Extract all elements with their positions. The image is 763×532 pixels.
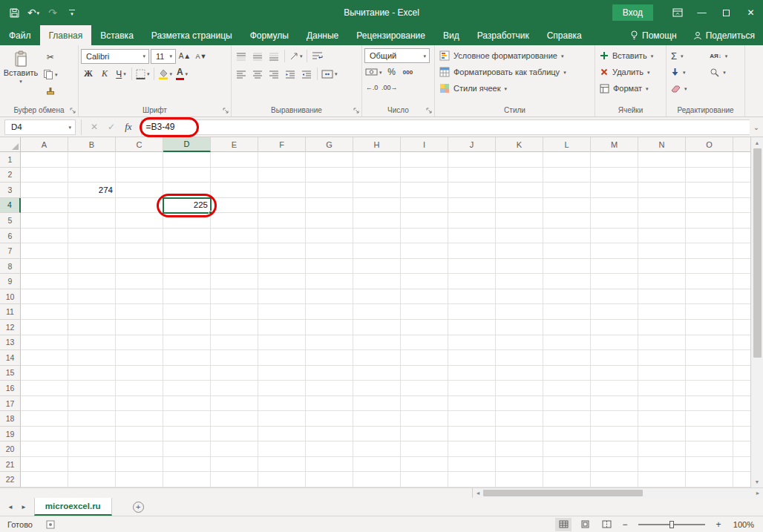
cell-L3[interactable]	[543, 183, 591, 198]
cell-H16[interactable]	[353, 381, 401, 396]
cell-N9[interactable]	[638, 274, 686, 289]
cell-H10[interactable]	[353, 289, 401, 305]
normal-view-button[interactable]	[555, 518, 572, 531]
align-center-button[interactable]	[250, 67, 265, 82]
cell-G15[interactable]	[306, 366, 353, 381]
cell-F8[interactable]	[258, 259, 306, 275]
cell-I4[interactable]	[401, 198, 448, 214]
cell-M2[interactable]	[591, 168, 638, 183]
tab-formulas[interactable]: Формулы	[241, 25, 298, 45]
cell-I15[interactable]	[401, 366, 448, 381]
cell-H6[interactable]	[353, 229, 401, 244]
cell-J5[interactable]	[448, 213, 496, 229]
cell-D3[interactable]	[163, 183, 211, 198]
cell-I20[interactable]	[401, 441, 448, 457]
cell-I7[interactable]	[401, 243, 448, 259]
cell-I12[interactable]	[401, 320, 448, 335]
cell-O13[interactable]	[686, 335, 733, 351]
cell-F20[interactable]	[258, 441, 306, 457]
cell-J11[interactable]	[448, 304, 496, 320]
cell-G1[interactable]	[306, 152, 353, 168]
cell-K12[interactable]	[496, 320, 543, 335]
cell-E4[interactable]	[211, 198, 258, 214]
cell-H7[interactable]	[353, 243, 401, 259]
cell-E13[interactable]	[211, 335, 258, 351]
tab-file[interactable]: Файл	[0, 25, 40, 45]
cell-O16[interactable]	[686, 381, 733, 396]
row-header-4[interactable]: 4	[0, 198, 21, 214]
cell-A4[interactable]	[21, 198, 68, 214]
cell-N22[interactable]	[638, 472, 686, 487]
tab-help[interactable]: Справка	[538, 25, 591, 45]
column-header-J[interactable]: J	[448, 137, 496, 152]
cell-I6[interactable]	[401, 229, 448, 244]
cell-H9[interactable]	[353, 274, 401, 289]
cell-G13[interactable]	[306, 335, 353, 351]
cell-D14[interactable]	[163, 350, 211, 366]
cell-L7[interactable]	[543, 243, 591, 259]
cell-C18[interactable]	[116, 411, 163, 427]
cell-F2[interactable]	[258, 168, 306, 183]
cell-K2[interactable]	[496, 168, 543, 183]
tab-review[interactable]: Рецензирование	[347, 25, 434, 45]
cell-E20[interactable]	[211, 441, 258, 457]
horizontal-scrollbar[interactable]: ◄ ►	[472, 488, 763, 498]
row-header-1[interactable]: 1	[0, 152, 21, 168]
delete-cells-button[interactable]: Удалить ▾	[597, 65, 664, 79]
cell-A20[interactable]	[21, 441, 68, 457]
cell-M9[interactable]	[591, 274, 638, 289]
cell-K3[interactable]	[496, 183, 543, 198]
cell-J8[interactable]	[448, 259, 496, 275]
cell-I18[interactable]	[401, 411, 448, 427]
cell-F16[interactable]	[258, 381, 306, 396]
cell-D15[interactable]	[163, 366, 211, 381]
cell-N18[interactable]	[638, 411, 686, 427]
cell-C14[interactable]	[116, 350, 163, 366]
cell-G16[interactable]	[306, 381, 353, 396]
cell-E19[interactable]	[211, 427, 258, 442]
cell-A15[interactable]	[21, 366, 68, 381]
cell-E9[interactable]	[211, 274, 258, 289]
zoom-level[interactable]: 100%	[729, 520, 754, 529]
cell-E8[interactable]	[211, 259, 258, 275]
cell-E22[interactable]	[211, 472, 258, 487]
cell-M12[interactable]	[591, 320, 638, 335]
underline-button[interactable]: Ч ▾	[114, 67, 128, 82]
zoom-slider-thumb[interactable]	[669, 521, 674, 528]
cell-B12[interactable]	[68, 320, 116, 335]
cell-L20[interactable]	[543, 441, 591, 457]
align-top-button[interactable]	[234, 49, 249, 64]
cell-C16[interactable]	[116, 381, 163, 396]
row-header-6[interactable]: 6	[0, 229, 21, 244]
cell-J20[interactable]	[448, 441, 496, 457]
cell-F5[interactable]	[258, 213, 306, 229]
cell-D2[interactable]	[163, 168, 211, 183]
column-header-K[interactable]: K	[496, 137, 543, 152]
font-dialog-launcher[interactable]	[223, 108, 229, 114]
clipboard-dialog-launcher[interactable]	[70, 108, 76, 114]
cell-I9[interactable]	[401, 274, 448, 289]
column-header-H[interactable]: H	[353, 137, 401, 152]
cell-B7[interactable]	[68, 243, 116, 259]
cell-N1[interactable]	[638, 152, 686, 168]
cell-O14[interactable]	[686, 350, 733, 366]
cell-K9[interactable]	[496, 274, 543, 289]
scroll-right-icon[interactable]: ►	[753, 488, 763, 498]
cell-O18[interactable]	[686, 411, 733, 427]
cell-M13[interactable]	[591, 335, 638, 351]
cell-H14[interactable]	[353, 350, 401, 366]
row-header-22[interactable]: 22	[0, 472, 21, 487]
page-break-view-button[interactable]	[598, 518, 615, 531]
sheet-nav-right-icon[interactable]: ►	[21, 504, 27, 510]
cell-L10[interactable]	[543, 289, 591, 305]
cell-D9[interactable]	[163, 274, 211, 289]
row-header-13[interactable]: 13	[0, 335, 21, 351]
cell-E21[interactable]	[211, 457, 258, 473]
row-header-14[interactable]: 14	[0, 350, 21, 366]
cell-K4[interactable]	[496, 198, 543, 214]
cell-C1[interactable]	[116, 152, 163, 168]
cell-A6[interactable]	[21, 229, 68, 244]
cell-H3[interactable]	[353, 183, 401, 198]
cell-B15[interactable]	[68, 366, 116, 381]
cell-E15[interactable]	[211, 366, 258, 381]
